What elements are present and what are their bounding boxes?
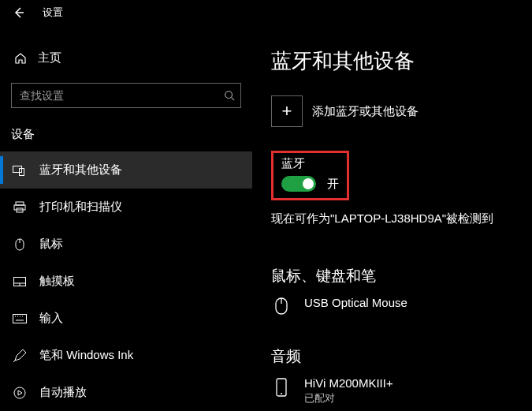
- printer-icon: [11, 201, 28, 214]
- svg-point-0: [225, 92, 233, 99]
- sidebar-group-header: 设备: [11, 127, 252, 142]
- discoverable-text: 现在可作为"LAPTOP-LJ38HD9A"被检测到: [271, 211, 532, 226]
- sidebar-home-label: 主页: [38, 50, 61, 65]
- sidebar-item-label: 鼠标: [39, 237, 63, 252]
- search-icon: [224, 90, 235, 101]
- device-row-mouse[interactable]: USB Optical Mouse: [271, 296, 532, 315]
- device-status: 已配对: [304, 391, 393, 405]
- sidebar-item-label: 触摸板: [39, 274, 75, 289]
- plus-icon: +: [271, 95, 303, 127]
- sidebar-item-label: 输入: [39, 311, 63, 326]
- back-button[interactable]: [6, 0, 32, 25]
- add-device-button[interactable]: + 添加蓝牙或其他设备: [271, 95, 532, 127]
- touchpad-icon: [11, 277, 28, 286]
- svg-rect-3: [16, 202, 24, 205]
- home-icon: [13, 52, 28, 65]
- svg-rect-1: [13, 166, 22, 172]
- page-title: 蓝牙和其他设备: [271, 47, 532, 75]
- svg-rect-11: [13, 314, 27, 323]
- bluetooth-heading: 蓝牙: [281, 156, 339, 171]
- sidebar-item-label: 打印机和扫描仪: [39, 200, 122, 215]
- pen-icon: [11, 349, 28, 362]
- sidebar-item-label: 自动播放: [39, 385, 87, 400]
- sidebar-item-pen[interactable]: 笔和 Windows Ink: [0, 337, 252, 374]
- svg-point-21: [281, 393, 282, 394]
- bluetooth-highlight: 蓝牙 开: [271, 151, 349, 200]
- bluetooth-toggle[interactable]: [281, 176, 316, 192]
- svg-point-17: [14, 387, 25, 398]
- section-heading-audio: 音频: [271, 346, 532, 367]
- keyboard-icon: [11, 314, 28, 323]
- sidebar-item-label: 笔和 Windows Ink: [39, 348, 133, 363]
- sidebar-item-autoplay[interactable]: 自动播放: [0, 374, 252, 411]
- sidebar-home[interactable]: 主页: [0, 43, 252, 73]
- window-title: 设置: [43, 6, 63, 20]
- device-name: USB Optical Mouse: [304, 296, 407, 309]
- sidebar: 主页 设备 蓝牙和其他设备 打印机和扫描仪 鼠标: [0, 25, 252, 411]
- search-input[interactable]: [11, 83, 241, 108]
- devices-icon: [11, 165, 28, 176]
- add-device-label: 添加蓝牙或其他设备: [312, 104, 419, 119]
- sidebar-item-bluetooth[interactable]: 蓝牙和其他设备: [0, 151, 252, 189]
- main-panel: 蓝牙和其他设备 + 添加蓝牙或其他设备 蓝牙 开 现在可作为"LAPTOP-LJ…: [252, 25, 532, 411]
- device-name: HiVi M200MKIII+: [304, 376, 393, 390]
- sidebar-item-touchpad[interactable]: 触摸板: [0, 263, 252, 300]
- sidebar-item-label: 蓝牙和其他设备: [39, 163, 122, 177]
- sidebar-item-mouse[interactable]: 鼠标: [0, 226, 252, 263]
- mouse-icon: [11, 238, 28, 251]
- autoplay-icon: [11, 387, 28, 399]
- sidebar-item-typing[interactable]: 输入: [0, 300, 252, 337]
- device-row-audio[interactable]: HiVi M200MKIII+ 已配对: [271, 376, 532, 405]
- mouse-icon: [271, 296, 292, 315]
- svg-rect-4: [14, 205, 25, 210]
- bluetooth-toggle-label: 开: [327, 177, 339, 192]
- sidebar-item-printers[interactable]: 打印机和扫描仪: [0, 189, 252, 226]
- speaker-device-icon: [271, 376, 292, 397]
- section-heading-mouse: 鼠标、键盘和笔: [271, 266, 532, 286]
